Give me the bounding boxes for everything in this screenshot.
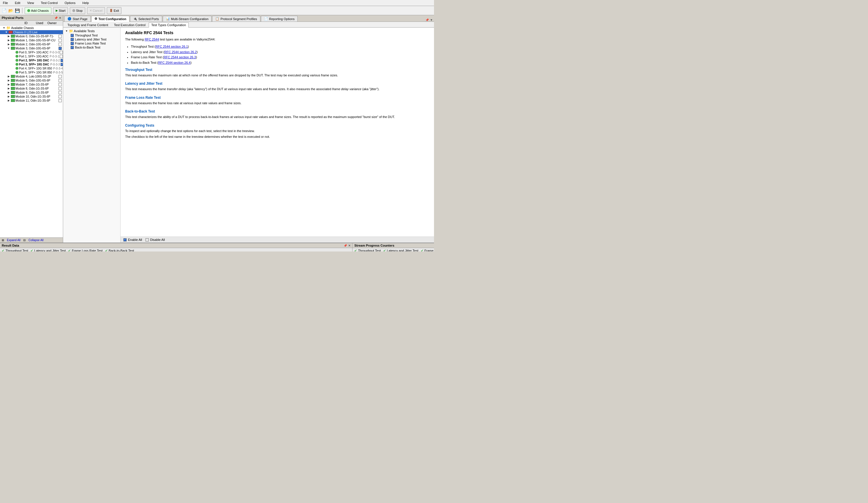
tree-area[interactable]: ▼ 📁 Available Chassis ▼ Chassis 0 L23 Li… [0,25,63,237]
port-icon [16,55,18,58]
selected-ports-icon: 🔌 [133,17,137,21]
result-data-title: Result Data 📌 ✕ [0,243,352,248]
tree-port-0-3-0[interactable]: Port 0, SFP+ 10G AOC P-0-3-0 [0,50,63,54]
module-icon [11,39,15,42]
tab-reporting-options[interactable]: 📄 Reporting Options [261,16,298,21]
result-close-icon[interactable]: ✕ [348,244,351,247]
tree-port-0-3-1[interactable]: Port 1, SFP+ 10G AOC P-0-3-1 [0,54,63,58]
tree-module-5[interactable]: ▶ Module 5, Odin-10G-6S-6P [0,79,63,82]
tree-module-7[interactable]: ▶ Module 7, Odin-1G-3S-6P [0,82,63,86]
tree-module-11[interactable]: ▶ Module 11, Odin-1G-3S-6P [0,99,63,103]
section-configuring: Configuring Tests To inspect and optiona… [125,123,430,139]
tree-module-8[interactable]: ▶ Module 8, Odin-1G-3S-6P [0,86,63,90]
sub-tab-bar: Topology and Frame Content Test Executio… [63,22,434,28]
port-icon [16,63,18,66]
content-tree-frameloss[interactable]: Frame Loss Rate Test [64,41,119,45]
sub-tab-topology[interactable]: Topology and Frame Content [65,22,111,27]
tree-module-3[interactable]: ▼ Module 3, Odin-10G-6S-6P [0,46,63,50]
menu-edit[interactable]: Edit [13,1,22,5]
tree-port-0-3-5[interactable]: Port 5, SFP+ 10G SR 850 P-0-3-5 [0,70,63,74]
stream-tab-frameloss[interactable]: ✔ Frame Loss Rate Test [421,249,434,252]
result-data-panel: Result Data 📌 ✕ ✔ Throughput Test ✔ Late… [0,243,352,252]
tree-module-10[interactable]: ▶ Module 10, Odin-1G-3S-6P [0,94,63,99]
section-backtoback: Back-to-Back Test This test characterize… [125,110,430,120]
cancel-icon: ✕ [90,9,92,12]
module-icon [11,95,15,98]
add-chassis-button[interactable]: Add Chassis [25,7,51,14]
tree-port-0-3-3[interactable]: Port 3, SFP+ 10G DAC P-0-3-3 demo [0,62,63,66]
tab-multi-stream[interactable]: 📊 Multi-Stream Configuration [163,16,212,21]
menu-test-control[interactable]: Test Control [39,1,59,5]
toolbar-icon-open[interactable]: 📂 [8,8,13,13]
stream-tab-throughput[interactable]: ✔ Throughput Test [354,249,381,252]
content-tree: ▼ 📁 Available Tests Throughput Test Late… [63,28,121,243]
available-tests-folder: 📁 [69,29,73,33]
tree-available-chassis[interactable]: ▼ 📁 Available Chassis [0,25,63,30]
sub-tab-execution[interactable]: Test Execution Control [111,22,148,27]
tree-port-0-3-4[interactable]: Port 4, SFP+ 10G SR 850 P-0-3-4 [0,66,63,70]
tree-module-4[interactable]: ▶ Module 4, Loki-100G-5S-2P [0,74,63,79]
toolbar-icon-new[interactable]: 📄 [2,8,7,13]
port-icon [16,59,18,62]
start-button[interactable]: ▶ Start [53,7,68,14]
tree-module-1[interactable]: ▶ Module 1, Odin-10G-5S-6P-CU [0,38,63,42]
stop-icon [72,9,75,12]
content-main-wrapper: Available RFC 2544 Tests The following R… [121,28,434,243]
content-area: ▼ 📁 Available Tests Throughput Test Late… [63,28,434,243]
rfc-2544-link[interactable]: RFC 2544 [145,38,159,41]
tree-module-2[interactable]: ▶ Module 2, Odin-10G-6S-6P [0,42,63,46]
sub-tab-types[interactable]: Test Types Configuration [149,22,189,28]
module-icon [11,83,15,86]
result-tab-throughput[interactable]: ✔ Throughput Test [2,249,28,252]
content-tree-latency[interactable]: Latency and Jitter Test [64,37,119,41]
enable-all-checkbox[interactable]: Enable All [123,238,142,242]
close-right-panel[interactable]: ▼ [430,18,433,21]
stream-result-tabs: ✔ Throughput Test ✔ Latency and Jitter T… [352,248,434,252]
tree-chassis-0[interactable]: ▼ Chassis 0 L23 Live [0,30,63,34]
tab-start-page[interactable]: 🔵 Start Page [64,16,91,21]
tab-selected-ports[interactable]: 🔌 Selected Ports [130,16,162,21]
disable-all-checkbox[interactable]: Disable All [145,238,165,242]
tree-module-9[interactable]: ▶ Module 9, Odin-1G-3S-6P [0,90,63,94]
test-config-icon: ⚙ [94,17,97,21]
pin-right-panel[interactable]: 📌 [425,18,429,21]
result-tab-latency[interactable]: ✔ Latency and Jitter Test [30,249,66,252]
module-icon [11,79,15,82]
menu-file[interactable]: File [1,1,10,5]
tree-module-0[interactable]: ▶ Module 0, Odin-1G-3S-6P-T1- [0,34,63,38]
tree-header: ID Used Owner [0,21,63,25]
bullet-frameloss: Frame Loss Rate Test (RFC 2544 section 2… [131,55,430,59]
stream-tab-latency[interactable]: ✔ Latency and Jitter Test [383,249,418,252]
section-throughput: Throughput Test This test measures the m… [125,68,430,78]
toolbar-icon-save[interactable]: 💾 [15,8,20,13]
menu-help[interactable]: Help [81,1,91,5]
menu-view[interactable]: View [25,1,36,5]
result-pin-icon[interactable]: 📌 [344,244,347,247]
module-icon [11,47,15,50]
content-tree-throughput[interactable]: Throughput Test [64,33,119,37]
tab-test-configuration[interactable]: ⚙ Test Configuration [91,16,130,22]
section-latency: Latency and Jitter Test This test measur… [125,82,430,92]
multi-stream-icon: 📊 [166,17,170,21]
stop-button[interactable]: Stop [70,7,85,14]
rfc-intro: The following RFC 2544 test types are av… [125,37,430,42]
start-icon: ▶ [56,9,58,12]
menu-bar: File Edit View Test Control Options Help [0,0,434,6]
content-main: Available RFC 2544 Tests The following R… [121,28,434,237]
cancel-button[interactable]: ✕ Cancel [87,7,105,14]
result-tab-backtoback[interactable]: ✔ Back-to-Back Test [105,249,134,252]
collapse-all-link[interactable]: Collapse All [28,238,43,242]
content-tree-backtoback[interactable]: Back-to-Back Test [64,45,119,49]
tree-port-0-3-2[interactable]: Port 2, SFP+ 10G DAC P-0-3-2 demo [0,58,63,62]
result-tabs: ✔ Throughput Test ✔ Latency and Jitter T… [0,248,352,252]
content-tree-root[interactable]: ▼ 📁 Available Tests [64,29,119,33]
result-tab-frameloss[interactable]: ✔ Frame Loss Rate Test [68,249,103,252]
pin-icon[interactable]: 📌 [54,17,58,20]
module-icon [11,75,15,78]
tab-protocol-segment[interactable]: 📋 Protocol Segment Profiles [212,16,260,21]
toolbar: 📄 📂 💾 Add Chassis ▶ Start Stop ✕ Cancel … [0,6,434,15]
close-left-panel[interactable]: ✕ [59,17,61,20]
exit-button[interactable]: 🚪 Exit [107,7,121,14]
menu-options[interactable]: Options [63,1,77,5]
expand-all-link[interactable]: Expand All [7,238,20,242]
